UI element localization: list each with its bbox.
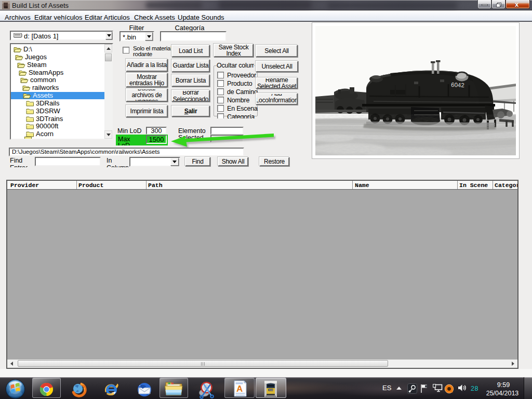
- svg-text:A: A: [236, 384, 243, 394]
- svg-text:8346: 8346: [269, 389, 273, 391]
- svg-text:6042: 6042: [451, 82, 464, 88]
